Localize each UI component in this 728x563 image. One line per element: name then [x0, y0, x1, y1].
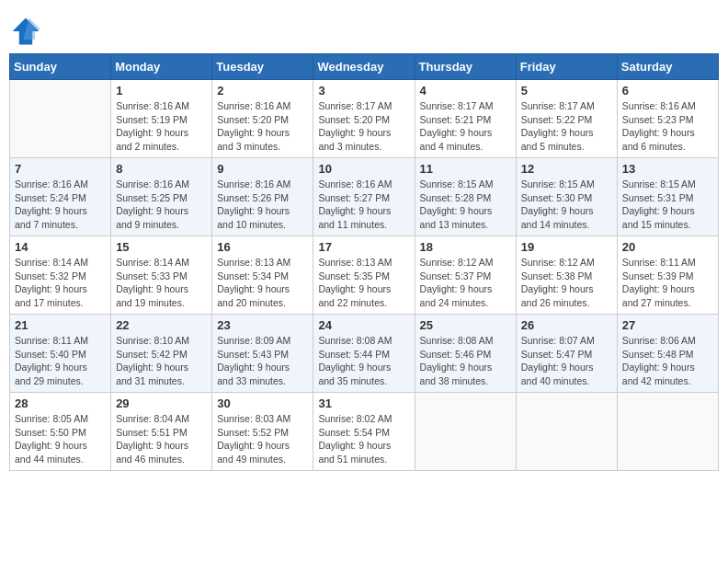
day-number: 30	[217, 396, 308, 410]
day-number: 15	[116, 240, 207, 254]
day-info: Sunrise: 8:16 AMSunset: 5:23 PMDaylight:…	[622, 99, 713, 154]
day-cell: 2Sunrise: 8:16 AMSunset: 5:20 PMDaylight…	[212, 80, 313, 158]
day-cell: 7Sunrise: 8:16 AMSunset: 5:24 PMDaylight…	[10, 158, 111, 236]
day-cell: 3Sunrise: 8:17 AMSunset: 5:20 PMDaylight…	[313, 80, 415, 158]
day-cell: 25Sunrise: 8:08 AMSunset: 5:46 PMDayligh…	[415, 315, 516, 393]
day-info: Sunrise: 8:13 AMSunset: 5:35 PMDaylight:…	[318, 256, 409, 310]
day-cell: 27Sunrise: 8:06 AMSunset: 5:48 PMDayligh…	[617, 315, 718, 393]
day-info: Sunrise: 8:10 AMSunset: 5:42 PMDaylight:…	[116, 334, 207, 388]
day-info: Sunrise: 8:02 AMSunset: 5:54 PMDaylight:…	[318, 412, 409, 466]
day-number: 1	[116, 84, 207, 98]
week-row-5: 28Sunrise: 8:05 AMSunset: 5:50 PMDayligh…	[10, 393, 719, 471]
day-cell: 4Sunrise: 8:17 AMSunset: 5:21 PMDaylight…	[415, 80, 516, 158]
day-number: 19	[521, 240, 612, 254]
day-info: Sunrise: 8:17 AMSunset: 5:21 PMDaylight:…	[420, 99, 511, 154]
day-number: 24	[318, 318, 409, 332]
day-number: 22	[116, 318, 207, 332]
day-info: Sunrise: 8:16 AMSunset: 5:25 PMDaylight:…	[116, 178, 207, 232]
day-info: Sunrise: 8:16 AMSunset: 5:20 PMDaylight:…	[217, 99, 308, 154]
calendar-header-saturday: Saturday	[617, 54, 718, 80]
day-number: 13	[622, 162, 713, 176]
day-cell	[10, 80, 111, 158]
week-row-4: 21Sunrise: 8:11 AMSunset: 5:40 PMDayligh…	[10, 315, 719, 393]
day-cell: 28Sunrise: 8:05 AMSunset: 5:50 PMDayligh…	[10, 393, 111, 471]
day-info: Sunrise: 8:04 AMSunset: 5:51 PMDaylight:…	[116, 412, 207, 466]
day-number: 21	[15, 318, 106, 332]
day-number: 14	[15, 240, 106, 254]
day-number: 29	[116, 396, 207, 410]
day-cell: 30Sunrise: 8:03 AMSunset: 5:52 PMDayligh…	[212, 393, 313, 471]
day-cell: 15Sunrise: 8:14 AMSunset: 5:33 PMDayligh…	[111, 236, 212, 315]
day-info: Sunrise: 8:16 AMSunset: 5:26 PMDaylight:…	[217, 178, 308, 232]
day-info: Sunrise: 8:11 AMSunset: 5:39 PMDaylight:…	[622, 256, 713, 310]
day-number: 23	[217, 318, 308, 332]
day-cell: 17Sunrise: 8:13 AMSunset: 5:35 PMDayligh…	[313, 236, 415, 315]
day-info: Sunrise: 8:16 AMSunset: 5:19 PMDaylight:…	[116, 99, 207, 154]
day-number: 8	[116, 162, 207, 176]
day-info: Sunrise: 8:17 AMSunset: 5:20 PMDaylight:…	[318, 99, 409, 154]
day-info: Sunrise: 8:15 AMSunset: 5:30 PMDaylight:…	[521, 178, 612, 232]
day-cell: 13Sunrise: 8:15 AMSunset: 5:31 PMDayligh…	[617, 158, 718, 236]
day-number: 10	[318, 162, 409, 176]
day-number: 17	[318, 240, 409, 254]
day-cell: 22Sunrise: 8:10 AMSunset: 5:42 PMDayligh…	[111, 315, 212, 393]
day-info: Sunrise: 8:12 AMSunset: 5:37 PMDaylight:…	[420, 256, 511, 310]
day-number: 11	[420, 162, 511, 176]
calendar-header-thursday: Thursday	[415, 54, 516, 80]
day-cell: 5Sunrise: 8:17 AMSunset: 5:22 PMDaylight…	[516, 80, 617, 158]
day-info: Sunrise: 8:09 AMSunset: 5:43 PMDaylight:…	[217, 334, 308, 388]
day-number: 9	[217, 162, 308, 176]
calendar-header-wednesday: Wednesday	[313, 54, 415, 80]
day-cell: 29Sunrise: 8:04 AMSunset: 5:51 PMDayligh…	[111, 393, 212, 471]
week-row-2: 7Sunrise: 8:16 AMSunset: 5:24 PMDaylight…	[10, 158, 719, 236]
day-number: 25	[420, 318, 511, 332]
day-info: Sunrise: 8:16 AMSunset: 5:27 PMDaylight:…	[318, 178, 409, 232]
day-info: Sunrise: 8:15 AMSunset: 5:31 PMDaylight:…	[622, 178, 713, 232]
day-number: 26	[521, 318, 612, 332]
calendar-header-tuesday: Tuesday	[212, 54, 313, 80]
day-info: Sunrise: 8:14 AMSunset: 5:33 PMDaylight:…	[116, 256, 207, 310]
day-cell: 1Sunrise: 8:16 AMSunset: 5:19 PMDaylight…	[111, 80, 212, 158]
day-number: 4	[420, 84, 511, 98]
day-cell: 23Sunrise: 8:09 AMSunset: 5:43 PMDayligh…	[212, 315, 313, 393]
page-header	[9, 9, 719, 48]
logo	[9, 15, 46, 48]
day-cell: 18Sunrise: 8:12 AMSunset: 5:37 PMDayligh…	[415, 236, 516, 315]
day-cell: 16Sunrise: 8:13 AMSunset: 5:34 PMDayligh…	[212, 236, 313, 315]
day-info: Sunrise: 8:11 AMSunset: 5:40 PMDaylight:…	[15, 334, 106, 388]
day-cell: 24Sunrise: 8:08 AMSunset: 5:44 PMDayligh…	[313, 315, 415, 393]
calendar-header-friday: Friday	[516, 54, 617, 80]
day-number: 27	[622, 318, 713, 332]
day-number: 12	[521, 162, 612, 176]
day-cell: 31Sunrise: 8:02 AMSunset: 5:54 PMDayligh…	[313, 393, 415, 471]
day-info: Sunrise: 8:06 AMSunset: 5:48 PMDaylight:…	[622, 334, 713, 388]
day-cell	[415, 393, 516, 471]
day-info: Sunrise: 8:08 AMSunset: 5:44 PMDaylight:…	[318, 334, 409, 388]
day-cell: 11Sunrise: 8:15 AMSunset: 5:28 PMDayligh…	[415, 158, 516, 236]
day-cell: 26Sunrise: 8:07 AMSunset: 5:47 PMDayligh…	[516, 315, 617, 393]
logo-icon	[9, 15, 42, 48]
day-cell: 14Sunrise: 8:14 AMSunset: 5:32 PMDayligh…	[10, 236, 111, 315]
day-cell: 10Sunrise: 8:16 AMSunset: 5:27 PMDayligh…	[313, 158, 415, 236]
week-row-3: 14Sunrise: 8:14 AMSunset: 5:32 PMDayligh…	[10, 236, 719, 315]
day-number: 20	[622, 240, 713, 254]
day-cell: 21Sunrise: 8:11 AMSunset: 5:40 PMDayligh…	[10, 315, 111, 393]
week-row-1: 1Sunrise: 8:16 AMSunset: 5:19 PMDaylight…	[10, 80, 719, 158]
day-info: Sunrise: 8:17 AMSunset: 5:22 PMDaylight:…	[521, 99, 612, 154]
day-cell	[516, 393, 617, 471]
day-number: 3	[318, 84, 409, 98]
day-info: Sunrise: 8:12 AMSunset: 5:38 PMDaylight:…	[521, 256, 612, 310]
day-number: 2	[217, 84, 308, 98]
day-cell: 12Sunrise: 8:15 AMSunset: 5:30 PMDayligh…	[516, 158, 617, 236]
day-number: 7	[15, 162, 106, 176]
day-info: Sunrise: 8:08 AMSunset: 5:46 PMDaylight:…	[420, 334, 511, 388]
day-info: Sunrise: 8:16 AMSunset: 5:24 PMDaylight:…	[15, 178, 106, 232]
day-number: 18	[420, 240, 511, 254]
calendar-header-monday: Monday	[111, 54, 212, 80]
day-cell	[617, 393, 718, 471]
day-info: Sunrise: 8:14 AMSunset: 5:32 PMDaylight:…	[15, 256, 106, 310]
calendar-header-row: SundayMondayTuesdayWednesdayThursdayFrid…	[10, 54, 719, 80]
day-number: 28	[15, 396, 106, 410]
calendar-table: SundayMondayTuesdayWednesdayThursdayFrid…	[9, 53, 719, 471]
day-cell: 6Sunrise: 8:16 AMSunset: 5:23 PMDaylight…	[617, 80, 718, 158]
